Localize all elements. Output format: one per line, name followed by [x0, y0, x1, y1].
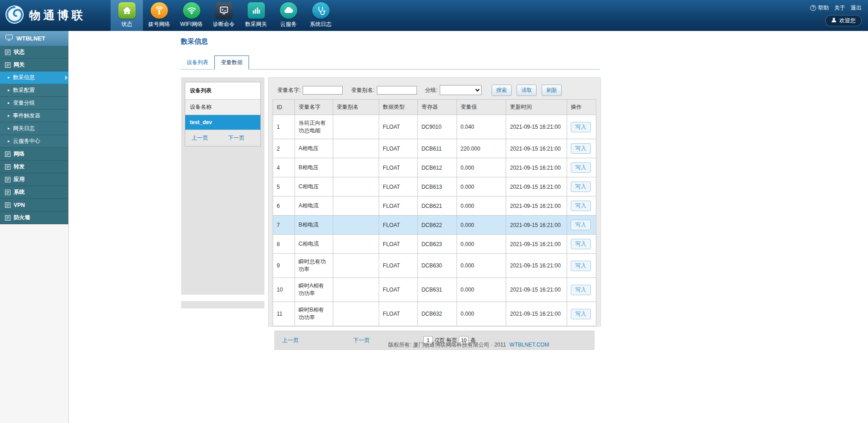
sidebar-item-gateway[interactable]: 网关	[0, 59, 68, 71]
type-cell: FLOAT	[379, 196, 418, 216]
about-link[interactable]: 关于	[834, 4, 845, 12]
table-row[interactable]: 7B相电流FLOATDCB6220.0002021-09-15 16:21:00…	[273, 216, 596, 235]
brand-logo-icon	[5, 5, 25, 26]
menu-icon	[5, 50, 10, 55]
sidebar-item-dc-info[interactable]: ▸数采信息	[0, 71, 68, 84]
filter-alias-label: 变量别名:	[351, 86, 374, 94]
welcome-badge[interactable]: 欢迎您	[825, 15, 862, 26]
variables-table-header-row: ID变量名字变量别名数据类型寄存器变量值更新时间操作	[273, 100, 596, 115]
write-button[interactable]: 写入	[571, 309, 591, 319]
type-cell: FLOAT	[379, 177, 418, 196]
id-cell: 10	[273, 278, 295, 302]
sidebar-item-status[interactable]: 状态	[0, 46, 68, 59]
updated-cell: 2021-09-15 16:21:00	[506, 278, 567, 302]
tab-device-list[interactable]: 设备列表	[181, 56, 214, 69]
variables-table: ID变量名字变量别名数据类型寄存器变量值更新时间操作 1当前正向有功总电能FLO…	[273, 99, 596, 326]
variable-name-input[interactable]	[303, 86, 343, 95]
nav-item-dc-gateway[interactable]: 数采网关	[240, 0, 272, 31]
write-button[interactable]: 写入	[571, 162, 591, 173]
register-cell: DCB612	[417, 158, 457, 177]
sidebar-item-firewall[interactable]: 防火墙	[0, 212, 68, 224]
sidebar-item-cloud-center[interactable]: ▸云服务中心	[0, 135, 68, 148]
read-button[interactable]: 读取	[517, 85, 537, 96]
logout-link[interactable]: 退出	[851, 4, 862, 12]
nav-item-diagnose[interactable]: 诊断命令	[208, 0, 240, 31]
nav-item-cloud-service[interactable]: 云服务	[272, 0, 305, 31]
name-cell: A相电压	[294, 139, 333, 158]
help-link[interactable]: ? 帮助	[810, 4, 829, 12]
alias-cell	[333, 278, 379, 302]
data-panel: 变量名字: 变量别名: 分组: 搜索 读取 刷新 ID变量名字变量别名数据类型寄…	[268, 77, 601, 327]
action-cell: 写入	[567, 278, 596, 302]
sidebar: WTBLNET 状态网关▸数采信息▸数采配置▸变量分组▸事件触发器▸网关日志▸云…	[0, 31, 69, 423]
device-prev-link[interactable]: 上一页	[192, 134, 208, 142]
sidebar-item-label: 数采配置	[13, 86, 35, 94]
sidebar-item-forward[interactable]: 转发	[0, 161, 68, 173]
sidebar-item-event-trigger[interactable]: ▸事件触发器	[0, 110, 68, 122]
footer-link[interactable]: WTBLNET.COM	[509, 342, 549, 348]
value-cell: 220.000	[457, 139, 506, 158]
table-row[interactable]: 11瞬时B相有功功率FLOATDCB6320.0002021-09-15 16:…	[273, 302, 596, 326]
sidebar-item-vpn[interactable]: VPN	[0, 199, 68, 212]
table-row[interactable]: 6A相电流FLOATDCB6210.0002021-09-15 16:21:00…	[273, 196, 596, 216]
value-cell: 0.000	[457, 196, 506, 216]
search-button[interactable]: 搜索	[492, 85, 512, 96]
sidebar-item-gateway-log[interactable]: ▸网关日志	[0, 122, 68, 135]
table-row[interactable]: 8C相电流FLOATDCB6230.0002021-09-15 16:21:00…	[273, 235, 596, 254]
write-button[interactable]: 写入	[571, 285, 591, 295]
nav-item-dial-network[interactable]: 拨号网络	[143, 0, 175, 31]
nav-item-system-log[interactable]: 系统日志	[305, 0, 337, 31]
table-row[interactable]: 10瞬时A相有功功率FLOATDCB6310.0002021-09-15 16:…	[273, 278, 596, 302]
table-row[interactable]: 2A相电压FLOATDCB611220.0002021-09-15 16:21:…	[273, 139, 596, 158]
register-cell: DCB622	[417, 216, 457, 235]
tab-variable-data[interactable]: 变量数据	[214, 55, 249, 70]
gateway-icon	[248, 2, 265, 19]
sidebar-item-label: 转发	[14, 163, 25, 171]
tabs: 设备列表变量数据	[181, 57, 600, 70]
alias-cell	[333, 139, 379, 158]
name-cell: 当前正向有功总电能	[294, 115, 333, 139]
device-box: 设备列表 设备名称 test_dev 上一页 下一页	[185, 82, 261, 146]
submenu-arrow-icon: ▸	[8, 139, 10, 143]
column-header: 数据类型	[379, 100, 418, 115]
action-cell: 写入	[567, 196, 596, 216]
syslog-icon	[312, 2, 330, 19]
action-cell: 写入	[567, 177, 596, 196]
table-row[interactable]: 1当前正向有功总电能FLOATDC90100.0402021-09-15 16:…	[273, 115, 596, 139]
alias-cell	[333, 115, 379, 139]
write-button[interactable]: 写入	[571, 122, 591, 132]
table-row[interactable]: 9瞬时总有功功率FLOATDCB6300.0002021-09-15 16:21…	[273, 254, 596, 278]
brand-name: 物通博联	[29, 8, 86, 23]
table-row[interactable]: 5C相电压FLOATDCB6130.0002021-09-15 16:21:00…	[273, 177, 596, 196]
sidebar-item-network[interactable]: 网络	[0, 148, 68, 161]
sidebar-item-var-group[interactable]: ▸变量分组	[0, 97, 68, 110]
device-row[interactable]: test_dev	[185, 115, 260, 130]
footer: 版权所有: 厦门物通博联网络科技有限公司 · 2011 WTBLNET.COM	[69, 341, 868, 349]
write-button[interactable]: 写入	[571, 220, 591, 230]
group-select[interactable]	[440, 85, 482, 95]
write-button[interactable]: 写入	[571, 143, 591, 154]
register-cell: DCB630	[417, 254, 457, 278]
alias-cell	[333, 254, 379, 278]
value-cell: 0.040	[457, 115, 506, 139]
home-icon	[118, 2, 136, 19]
table-row[interactable]: 4B相电压FLOATDCB6120.0002021-09-15 16:21:00…	[273, 158, 596, 177]
write-button[interactable]: 写入	[571, 201, 591, 211]
monitor-icon	[5, 35, 13, 42]
device-next-link[interactable]: 下一页	[228, 134, 244, 142]
write-button[interactable]: 写入	[571, 239, 591, 249]
variable-alias-input[interactable]	[377, 86, 417, 95]
terminal-icon	[215, 2, 233, 19]
nav-item-status[interactable]: 状态	[111, 0, 143, 31]
write-button[interactable]: 写入	[571, 261, 591, 271]
refresh-button[interactable]: 刷新	[542, 85, 562, 96]
nav-item-wifi-network[interactable]: WIFI网络	[175, 0, 208, 31]
write-button[interactable]: 写入	[571, 181, 591, 192]
sidebar-item-app[interactable]: 应用	[0, 173, 68, 186]
sidebar-item-system[interactable]: 系统	[0, 186, 68, 199]
register-cell: DCB621	[417, 196, 457, 216]
sidebar-item-dc-config[interactable]: ▸数采配置	[0, 84, 68, 97]
nav-item-label: 诊断命令	[213, 20, 235, 28]
sidebar-item-label: 网关日志	[13, 125, 35, 132]
id-cell: 2	[273, 139, 295, 158]
